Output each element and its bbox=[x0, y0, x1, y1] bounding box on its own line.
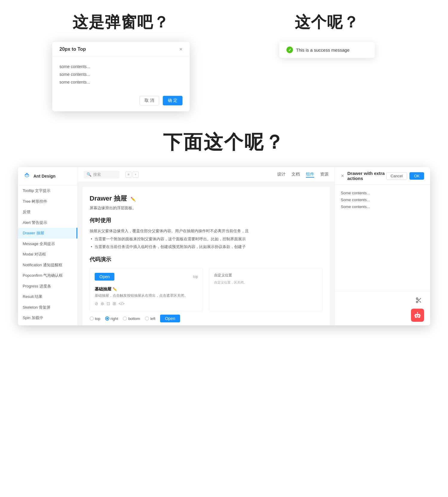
ant-menu: Tooltip 文字提示 Tree 树形控件 反馈 Alert 警告提示 Dra… bbox=[18, 185, 77, 325]
scissors-icon[interactable] bbox=[413, 295, 424, 306]
ant-logo-text: Ant Design bbox=[33, 174, 56, 179]
bullet-2: 当需要在当前任务流中插入临时任务，创建或预览附加内容，比如展示协议条款，创建子 bbox=[90, 244, 323, 250]
demo-box-2: 自定义位置 自定义位置，区关闭。 bbox=[209, 268, 323, 311]
modal-close-icon[interactable]: × bbox=[179, 47, 182, 52]
nav-item-docs[interactable]: 文档 bbox=[291, 172, 300, 178]
top-left-title: 这是弹窗吧？ bbox=[73, 12, 169, 33]
drawer-ok-button[interactable]: OK bbox=[409, 172, 424, 180]
nav-item-resources[interactable]: 资源 bbox=[320, 172, 329, 178]
drawer-header: ✕ Drawer with extra actions Cancel OK bbox=[335, 167, 430, 185]
ant-search[interactable]: 🔍 搜索 bbox=[84, 171, 119, 179]
screenshot-wrapper: Ant Design Tooltip 文字提示 Tree 树形控件 反馈 Ale… bbox=[18, 167, 430, 325]
ant-main: 🔍 搜索 ⊞ ≡ 设计 文档 组件 资源 bbox=[78, 167, 335, 325]
modal-content-line-1: some contents... bbox=[59, 64, 182, 69]
demo-icon-3: ⊡ bbox=[107, 301, 110, 306]
ant-logo-icon bbox=[23, 172, 31, 180]
sidebar-item-other[interactable]: 其他 bbox=[18, 323, 77, 326]
demo-icon-5: </> bbox=[119, 301, 125, 306]
svg-point-9 bbox=[416, 315, 417, 316]
ant-drawer-panel: ✕ Drawer with extra actions Cancel OK So… bbox=[335, 167, 430, 325]
demo-icon-4: ⊞ bbox=[113, 301, 116, 306]
bullet-1: 当需要一个附加的面板来控制父窗体内容，这个面板在需要时呼出。比如，控制界面展示 bbox=[90, 236, 323, 242]
open-button-2[interactable]: Open bbox=[160, 315, 180, 322]
sidebar-item-notification[interactable]: Notification 通知提醒框 bbox=[18, 260, 77, 270]
right-panel: 这个呢？ This is a success message bbox=[224, 12, 430, 111]
svg-rect-11 bbox=[417, 317, 419, 318]
middle-section: 下面这个呢？ bbox=[0, 129, 448, 155]
demo-box-title-1: 基础抽屉 ✏️ bbox=[95, 287, 198, 292]
sidebar-item-drawer[interactable]: Drawer 抽屉 bbox=[18, 228, 77, 239]
sidebar-item-alert[interactable]: Alert 警告提示 bbox=[18, 217, 77, 228]
position-label: top bbox=[193, 275, 198, 279]
demo-section: 代码演示 Open top 基础抽屉 ✏️ bbox=[90, 256, 323, 325]
left-panel: 这是弹窗吧？ 20px to Top × some contents... so… bbox=[18, 12, 224, 111]
svg-point-3 bbox=[416, 298, 418, 300]
demo-edit-icon[interactable]: ✏️ bbox=[113, 287, 117, 291]
sidebar-item-skeleton[interactable]: Skeleton 骨架屏 bbox=[18, 302, 77, 313]
demo-box-1: Open top 基础抽屉 ✏️ 基础抽屉，点击触发按钮抽屉从右滑出，点击遮罩区… bbox=[90, 268, 203, 311]
sidebar-item-progress[interactable]: Progress 进度条 bbox=[18, 281, 77, 292]
when-to-use-title: 何时使用 bbox=[90, 217, 323, 224]
radio-bottom[interactable]: bottom bbox=[123, 316, 140, 321]
ant-page-desc: 屏幕边缘滑出的浮层面板。 bbox=[90, 205, 323, 211]
svg-rect-2 bbox=[25, 175, 28, 176]
drawer-cancel-button[interactable]: Cancel bbox=[386, 172, 407, 180]
radio-top-label: top bbox=[95, 316, 100, 321]
svg-point-13 bbox=[417, 312, 418, 313]
radio-bottom-circle bbox=[123, 316, 127, 321]
ant-logo: Ant Design bbox=[18, 167, 77, 185]
drawer-footer-icons bbox=[335, 291, 430, 325]
edit-icon[interactable]: ✏️ bbox=[131, 197, 136, 201]
search-icon: 🔍 bbox=[87, 172, 91, 177]
radio-right[interactable]: right bbox=[105, 316, 118, 321]
success-message-box: This is a success message bbox=[279, 42, 375, 58]
ant-content: Drawer 抽屉 ✏️ 屏幕边缘滑出的浮层面板。 何时使用 抽屉从父窗体边缘滑… bbox=[82, 187, 330, 325]
ant-page-title: Drawer 抽屉 ✏️ bbox=[90, 194, 323, 203]
open-button-1[interactable]: Open bbox=[95, 273, 114, 281]
radio-left[interactable]: left bbox=[145, 316, 155, 321]
sidebar-item-modal[interactable]: Modal 对话框 bbox=[18, 249, 77, 260]
middle-title: 下面这个呢？ bbox=[0, 129, 448, 155]
demo-row: Open top 基础抽屉 ✏️ 基础抽屉，点击触发按钮抽屉从右滑出，点击遮罩区… bbox=[90, 268, 323, 311]
sidebar-item-spin[interactable]: Spin 加载中 bbox=[18, 313, 77, 323]
modal-header: 20px to Top × bbox=[52, 42, 190, 57]
modal-confirm-button[interactable]: 确 定 bbox=[163, 96, 182, 105]
modal-title: 20px to Top bbox=[59, 47, 86, 52]
demo-title: 代码演示 bbox=[90, 256, 323, 263]
sidebar-item-feedback[interactable]: 反馈 bbox=[18, 207, 77, 217]
modal-body: some contents... some contents... some c… bbox=[52, 57, 190, 92]
radio-top[interactable]: top bbox=[90, 316, 100, 321]
radio-right-circle bbox=[105, 316, 109, 321]
grid-icon-2[interactable]: ≡ bbox=[133, 172, 139, 178]
sidebar-item-popconfirm[interactable]: Popconfirm 气泡确认框 bbox=[18, 270, 77, 281]
modal-footer: 取 消 确 定 bbox=[52, 92, 190, 111]
robot-icon[interactable] bbox=[411, 309, 424, 322]
drawer-close-icon[interactable]: ✕ bbox=[341, 173, 344, 178]
grid-icon-1[interactable]: ⊞ bbox=[125, 172, 131, 178]
modal-cancel-button[interactable]: 取 消 bbox=[139, 96, 159, 105]
ant-sidebar: Ant Design Tooltip 文字提示 Tree 树形控件 反馈 Ale… bbox=[18, 167, 78, 325]
modal-box: 20px to Top × some contents... some cont… bbox=[52, 42, 190, 111]
grid-icons: ⊞ ≡ bbox=[125, 170, 139, 179]
sidebar-item-tree[interactable]: Tree 树形控件 bbox=[18, 196, 77, 207]
radio-top-circle bbox=[90, 316, 94, 321]
top-right-title: 这个呢？ bbox=[295, 12, 359, 33]
when-to-use-text: 抽屉从父窗体边缘滑入，覆盖住部分父窗体内容。用户在抽屉内操作时不必离开当前任务，… bbox=[90, 228, 323, 234]
ant-topbar: 🔍 搜索 ⊞ ≡ 设计 文档 组件 资源 bbox=[78, 167, 335, 182]
svg-point-4 bbox=[416, 301, 418, 303]
drawer-body: Some contents... Some contents... Some c… bbox=[335, 185, 430, 291]
demo-controls: top right bottom bbox=[90, 315, 323, 322]
nav-item-components[interactable]: 组件 bbox=[306, 172, 314, 178]
drawer-content-3: Some contents... bbox=[341, 204, 424, 209]
drawer-content-1: Some contents... bbox=[341, 191, 424, 195]
sidebar-item-tooltip[interactable]: Tooltip 文字提示 bbox=[18, 185, 77, 196]
sidebar-item-result[interactable]: Result 结果 bbox=[18, 291, 77, 302]
drawer-header-left: ✕ Drawer with extra actions bbox=[341, 171, 386, 181]
nav-item-design[interactable]: 设计 bbox=[277, 172, 286, 178]
page-wrapper: 这是弹窗吧？ 20px to Top × some contents... so… bbox=[0, 0, 448, 337]
radio-left-circle bbox=[145, 316, 149, 321]
drawer-content-2: Some contents... bbox=[341, 198, 424, 202]
sidebar-item-message[interactable]: Message 全局提示 bbox=[18, 239, 77, 249]
modal-content-line-3: some contents... bbox=[59, 80, 182, 84]
drawer-title: Drawer with extra actions bbox=[347, 171, 386, 181]
